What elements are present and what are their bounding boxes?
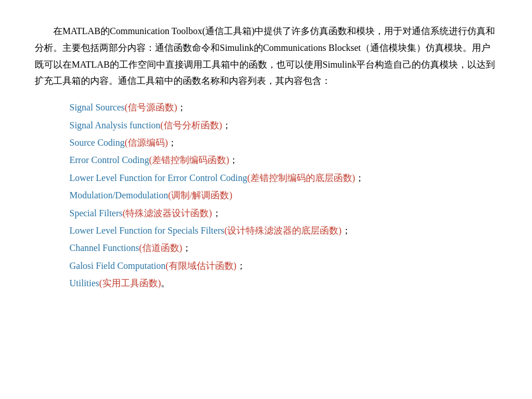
list-item: Channel Functions(信道函数)； bbox=[69, 239, 497, 257]
main-paragraph: 在MATLAB的Communication Toolbox(通信工具箱)中提供了… bbox=[35, 23, 497, 90]
list-item: Signal Sources(信号源函数)； bbox=[69, 99, 497, 116]
list-item: Signal Analysis function(信号分析函数)； bbox=[69, 117, 497, 134]
list-item: Lower Level Function for Specials Filter… bbox=[69, 222, 497, 239]
list-item: Special Filters(特殊滤波器设计函数)； bbox=[69, 205, 497, 222]
list-item: Modulation/Demodulation(调制/解调函数) bbox=[69, 187, 497, 204]
list-item: Galosi Field Computation(有限域估计函数)； bbox=[69, 257, 497, 275]
list-item: Source Coding(信源编码)； bbox=[69, 134, 497, 152]
list-container: Signal Sources(信号源函数)；Signal Analysis fu… bbox=[35, 99, 497, 292]
list-item: Utilities(实用工具函数)。 bbox=[69, 275, 497, 292]
list-item: Error Control Coding(差错控制编码函数)； bbox=[69, 152, 497, 169]
list-item: Lower Level Function for Error Control C… bbox=[69, 169, 497, 187]
